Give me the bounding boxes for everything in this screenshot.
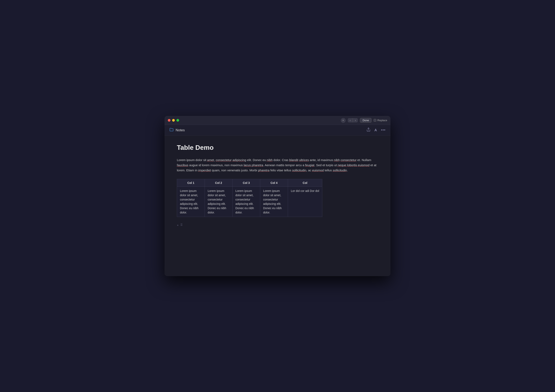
table-header: Col 1 Col 2 Col 3 Col 4 Col xyxy=(177,179,322,187)
replace-label: Replace xyxy=(377,119,387,122)
spell-error-nibh: nibh xyxy=(267,158,273,162)
traffic-lights xyxy=(168,119,179,122)
spell-error-sollicitudin2: sollicitudin xyxy=(333,169,347,172)
cell-r1c3[interactable]: Lorem ipsum dolor sit amet, consectetur … xyxy=(233,187,260,217)
spell-error-neque: neque lobortis euismod xyxy=(338,163,370,167)
app-window: × ‹ › Done Replace Notes xyxy=(165,116,390,276)
spell-error-ultrices: ultrices xyxy=(299,158,309,162)
replace-option: Replace xyxy=(374,119,387,122)
content-area: Table Demo Lorem ipsum dolor sit amet, c… xyxy=(165,136,390,276)
add-row-plus-icon: + xyxy=(177,223,179,227)
spell-error-blandit: blandit xyxy=(289,158,298,162)
cell-r1c1[interactable]: Lorem ipsum dolor sit amet, consectetur … xyxy=(177,187,205,217)
title-bar-right: × ‹ › Done Replace xyxy=(341,118,387,123)
minimize-button[interactable] xyxy=(172,119,175,122)
nav-back-button[interactable]: ‹ xyxy=(348,118,353,122)
share-icon[interactable] xyxy=(367,128,370,133)
table-row: Lorem ipsum dolor sit amet, consectetur … xyxy=(177,187,322,217)
spell-error-adipiscing: adipiscing xyxy=(233,158,246,162)
spell-error-faucibus: faucibus xyxy=(177,163,188,167)
folder-icon xyxy=(169,128,174,133)
title-bar: × ‹ › Done Replace xyxy=(165,116,390,125)
nav-buttons: ‹ › xyxy=(348,118,358,122)
app-title-group: Notes xyxy=(169,128,185,133)
spell-error-consectetur: consectetur xyxy=(216,158,232,162)
app-header: Notes A ••• xyxy=(165,125,390,136)
close-icon: × xyxy=(343,119,344,122)
maximize-button[interactable] xyxy=(176,119,179,122)
cell-r1c5[interactable]: Lor dol cor adi Dor dol xyxy=(288,187,322,217)
spell-error-amet: amet xyxy=(207,158,214,162)
nav-forward-button[interactable]: › xyxy=(353,118,358,122)
spell-error-sollicitudin: sollicitudin xyxy=(292,169,306,172)
add-row-grid-icon: ⠿ xyxy=(180,223,183,227)
col2-header: Col 2 xyxy=(205,179,233,187)
replace-checkbox[interactable] xyxy=(374,119,376,122)
table-body: Lorem ipsum dolor sit amet, consectetur … xyxy=(177,187,322,217)
spell-error-imperdiet: imperdiet xyxy=(198,169,211,172)
done-button[interactable]: Done xyxy=(360,118,372,123)
header-row: Col 1 Col 2 Col 3 Col 4 Col xyxy=(177,179,322,187)
col4-header: Col 4 xyxy=(260,179,288,187)
col3-header: Col 3 xyxy=(233,179,260,187)
spell-error-nibh2: nibh xyxy=(334,158,340,162)
spell-error-consectetur2: consectetur xyxy=(341,158,357,162)
spell-error-lacus: lacus pharetra xyxy=(244,163,263,167)
demo-table: Col 1 Col 2 Col 3 Col 4 Col Lorem ipsum … xyxy=(177,179,322,217)
search-close-button[interactable]: × xyxy=(341,118,346,123)
app-title-text: Notes xyxy=(176,128,185,132)
add-row-controls[interactable]: + ⠿ xyxy=(177,223,378,227)
page-title: Table Demo xyxy=(177,144,378,151)
col5-header: Col xyxy=(288,179,322,187)
body-paragraph: Lorem ipsum dolor sit amet, consectetur … xyxy=(177,158,378,173)
cell-r1c2[interactable]: Lorem ipsum dolor sit amet, consectetur … xyxy=(205,187,233,217)
table-wrapper: Col 1 Col 2 Col 3 Col 4 Col Lorem ipsum … xyxy=(177,179,378,217)
spell-error-euismod: euismod xyxy=(312,169,324,172)
spell-error-feugiat: feugiat xyxy=(305,163,314,167)
app-header-actions: A ••• xyxy=(367,128,386,133)
spell-error-pharetra: pharetra xyxy=(258,169,270,172)
cell-r1c4[interactable]: Lorem ipsum dolor sit amet, consectetur … xyxy=(260,187,288,217)
text-format-icon[interactable]: A xyxy=(374,128,377,132)
more-options-icon[interactable]: ••• xyxy=(381,128,386,132)
close-button[interactable] xyxy=(168,119,170,122)
col1-header: Col 1 xyxy=(177,179,205,187)
